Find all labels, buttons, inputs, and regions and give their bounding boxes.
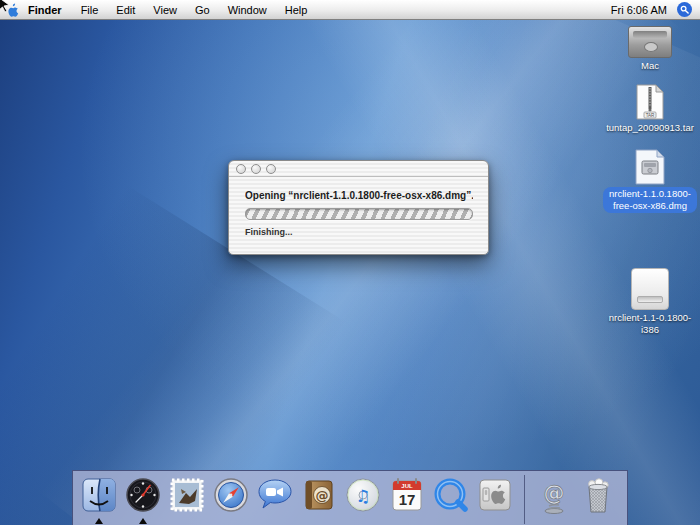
spotlight-button[interactable] (677, 2, 692, 17)
menu-item-help[interactable]: Help (276, 0, 317, 19)
trash-icon (578, 475, 618, 515)
dock-item-address-book[interactable]: @ (299, 475, 339, 524)
mail-stamp-icon (167, 475, 207, 515)
dock-item-dashboard[interactable] (123, 475, 163, 524)
disk-image-file-icon (635, 149, 665, 185)
menu-item-finder[interactable]: Finder (24, 0, 72, 19)
dock-item-ichat[interactable] (255, 475, 295, 524)
hard-drive-icon (628, 26, 672, 58)
running-indicator (95, 518, 103, 524)
svg-text:♫: ♫ (355, 486, 370, 506)
desktop-icon-label: nrclient-1.1-0.1800- i386 (609, 312, 691, 336)
dock-item-safari[interactable] (211, 475, 251, 524)
dock-item-itunes[interactable]: ♫ (343, 475, 383, 524)
svg-text:17: 17 (399, 491, 416, 508)
mouse-cursor (0, 0, 12, 17)
dock-item-internet-link[interactable]: @ (534, 475, 574, 524)
mounted-volume-icon (631, 268, 669, 310)
address-book-icon: @ (299, 475, 339, 515)
desktop-icon-label: Mac (641, 60, 659, 72)
menu-item-file[interactable]: File (72, 0, 108, 19)
dock-item-quicktime[interactable] (431, 475, 471, 524)
dock-item-system-preferences[interactable] (475, 475, 515, 524)
desktop-icon-label-selected: nrclient-1.1.0.1800- free-osx-x86.dmg (603, 187, 697, 213)
desktop-icon-nrclient-volume[interactable]: nrclient-1.1-0.1800- i386 (603, 268, 697, 336)
svg-text:@: @ (544, 481, 565, 505)
svg-text:@: @ (316, 488, 329, 503)
finder-icon (79, 475, 119, 515)
url-at-spring-icon: @ (534, 475, 574, 515)
dashboard-icon (123, 475, 163, 515)
svg-text:JUL: JUL (401, 483, 413, 489)
quicktime-icon (431, 475, 471, 515)
menu-item-view[interactable]: View (144, 0, 186, 19)
running-indicator (139, 518, 147, 524)
tar-file-icon: TAR (636, 84, 664, 120)
dock-item-ical[interactable]: JUL 17 (387, 475, 427, 524)
safari-icon (211, 475, 251, 515)
dock-item-mail[interactable] (167, 475, 207, 524)
desktop-icon-mac-hd[interactable]: Mac (603, 26, 697, 72)
menu-item-window[interactable]: Window (219, 0, 276, 19)
progress-message: Opening “nrclient-1.1.0.1800-free-osx-x8… (245, 190, 473, 201)
close-button[interactable] (236, 164, 246, 174)
menu-item-edit[interactable]: Edit (107, 0, 144, 19)
system-preferences-icon (475, 475, 515, 515)
spotlight-magnifier-icon (680, 5, 689, 14)
progress-status: Finishing... (245, 227, 473, 237)
ical-icon: JUL 17 (387, 475, 427, 515)
dock: @ ♫ JUL 17 (72, 470, 628, 525)
svg-text:TAR: TAR (646, 113, 655, 118)
dock-item-finder[interactable] (79, 475, 119, 524)
itunes-icon: ♫ (343, 475, 383, 515)
desktop-icon-nrclient-dmg[interactable]: nrclient-1.1.0.1800- free-osx-x86.dmg (603, 149, 697, 213)
menu-bar: Finder File Edit View Go Window Help Fri… (0, 0, 700, 20)
dock-item-trash[interactable] (578, 475, 618, 524)
desktop-icon-tuntap-tar[interactable]: TAR tuntap_20090913.tar (603, 84, 697, 134)
zoom-button[interactable] (266, 164, 276, 174)
dock-divider (524, 475, 525, 524)
minimize-button[interactable] (251, 164, 261, 174)
progress-bar-indeterminate (245, 208, 473, 220)
menubar-clock[interactable]: Fri 6:06 AM (601, 4, 677, 16)
desktop-wallpaper (0, 0, 700, 525)
desktop-icon-label: tuntap_20090913.tar (606, 122, 694, 134)
progress-window: Opening “nrclient-1.1.0.1800-free-osx-x8… (228, 160, 489, 255)
menu-item-go[interactable]: Go (186, 0, 219, 19)
window-titlebar[interactable] (229, 161, 488, 177)
ichat-icon (255, 475, 295, 515)
